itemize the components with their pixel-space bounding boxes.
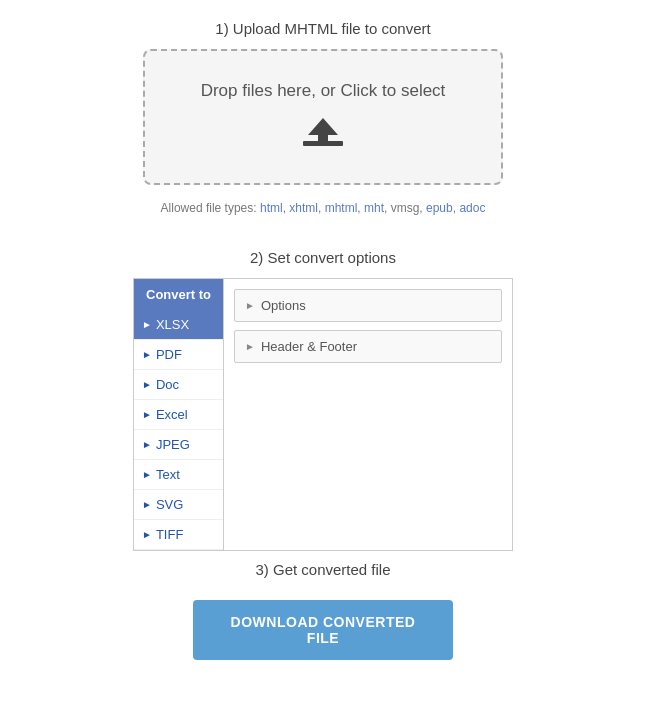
convert-sidebar: Convert to ► XLSX ► PDF ► Doc ► Excel ► … bbox=[134, 279, 224, 550]
drop-text: Drop files here, or Click to select bbox=[201, 81, 446, 101]
options-arrow-icon: ► bbox=[245, 300, 255, 311]
convert-label-tiff: TIFF bbox=[156, 527, 183, 542]
convert-container: Convert to ► XLSX ► PDF ► Doc ► Excel ► … bbox=[133, 278, 513, 551]
convert-label-svg: SVG bbox=[156, 497, 183, 512]
arrow-icon-jpeg: ► bbox=[142, 439, 152, 450]
svg-marker-1 bbox=[308, 118, 338, 141]
convert-item-svg[interactable]: ► SVG bbox=[134, 490, 223, 520]
convert-label-xlsx: XLSX bbox=[156, 317, 189, 332]
header-footer-label: Header & Footer bbox=[261, 339, 357, 354]
convert-item-tiff[interactable]: ► TIFF bbox=[134, 520, 223, 550]
arrow-icon-text: ► bbox=[142, 469, 152, 480]
svg-rect-0 bbox=[303, 141, 343, 146]
header-footer-row[interactable]: ► Header & Footer bbox=[234, 330, 502, 363]
convert-item-jpeg[interactable]: ► JPEG bbox=[134, 430, 223, 460]
arrow-icon-svg: ► bbox=[142, 499, 152, 510]
convert-item-xlsx[interactable]: ► XLSX bbox=[134, 310, 223, 340]
convert-label-excel: Excel bbox=[156, 407, 188, 422]
convert-item-pdf[interactable]: ► PDF bbox=[134, 340, 223, 370]
allowed-types-text: Allowed file types: html, xhtml, mhtml, … bbox=[161, 201, 486, 215]
convert-item-text[interactable]: ► Text bbox=[134, 460, 223, 490]
arrow-icon-excel: ► bbox=[142, 409, 152, 420]
step2-label: 2) Set convert options bbox=[250, 249, 396, 266]
step3-label: 3) Get converted file bbox=[255, 561, 390, 578]
convert-label-text: Text bbox=[156, 467, 180, 482]
arrow-icon-pdf: ► bbox=[142, 349, 152, 360]
convert-item-excel[interactable]: ► Excel bbox=[134, 400, 223, 430]
upload-icon bbox=[298, 113, 348, 153]
arrow-icon-doc: ► bbox=[142, 379, 152, 390]
convert-item-doc[interactable]: ► Doc bbox=[134, 370, 223, 400]
download-button[interactable]: DOWNLOAD CONVERTED FILE bbox=[193, 600, 453, 660]
arrow-icon-xlsx: ► bbox=[142, 319, 152, 330]
options-label: Options bbox=[261, 298, 306, 313]
options-row[interactable]: ► Options bbox=[234, 289, 502, 322]
step1-label: 1) Upload MHTML file to convert bbox=[215, 20, 430, 37]
convert-label-pdf: PDF bbox=[156, 347, 182, 362]
upload-dropzone[interactable]: Drop files here, or Click to select bbox=[143, 49, 503, 185]
convert-label-jpeg: JPEG bbox=[156, 437, 190, 452]
arrow-icon-tiff: ► bbox=[142, 529, 152, 540]
options-panel: ► Options ► Header & Footer bbox=[224, 279, 512, 550]
convert-label-doc: Doc bbox=[156, 377, 179, 392]
header-footer-arrow-icon: ► bbox=[245, 341, 255, 352]
convert-sidebar-header: Convert to bbox=[134, 279, 223, 310]
